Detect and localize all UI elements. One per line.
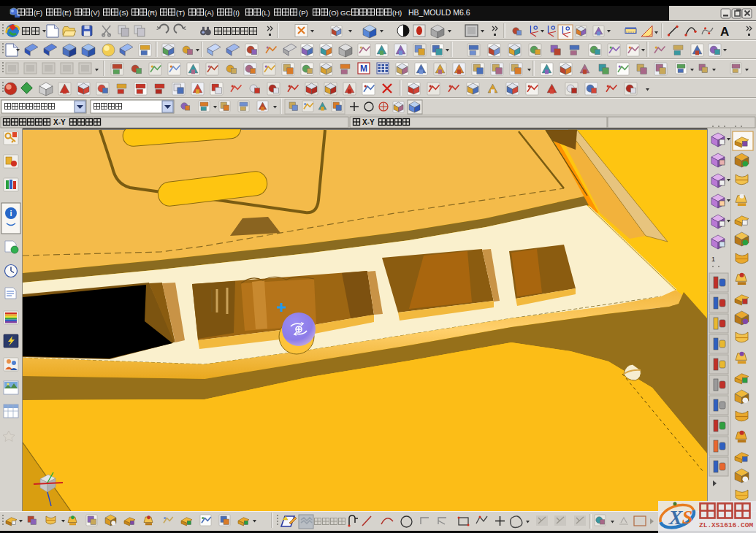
svg-text:i: i	[9, 209, 12, 218]
svg-text:(L): (L)	[261, 9, 270, 17]
svg-text:(E): (E)	[62, 9, 72, 17]
svg-text:X-Y: X-Y	[362, 118, 375, 126]
svg-text:M: M	[360, 64, 367, 74]
svg-text:A: A	[720, 25, 729, 39]
svg-text:S: S	[682, 507, 692, 528]
svg-text:GC: GC	[340, 9, 351, 17]
svg-text:HB_MOULD M6.6: HB_MOULD M6.6	[408, 8, 470, 17]
svg-text:(H): (H)	[392, 9, 402, 17]
svg-text:1: 1	[711, 256, 715, 263]
svg-text:(O): (O)	[329, 9, 339, 17]
svg-text:(A): (A)	[205, 9, 214, 17]
svg-text:(S): (S)	[119, 9, 129, 17]
svg-text:ZL.XS1616.COM: ZL.XS1616.COM	[699, 521, 753, 529]
svg-text:(F): (F)	[34, 9, 42, 17]
svg-text:(R): (R)	[148, 9, 157, 17]
svg-text:X-Y: X-Y	[53, 118, 66, 126]
svg-text:X: X	[668, 506, 684, 529]
svg-text:(V): (V)	[91, 9, 100, 17]
svg-text:(T): (T)	[176, 9, 185, 17]
svg-text:(P): (P)	[299, 9, 308, 17]
svg-text:(I): (I)	[233, 9, 240, 17]
